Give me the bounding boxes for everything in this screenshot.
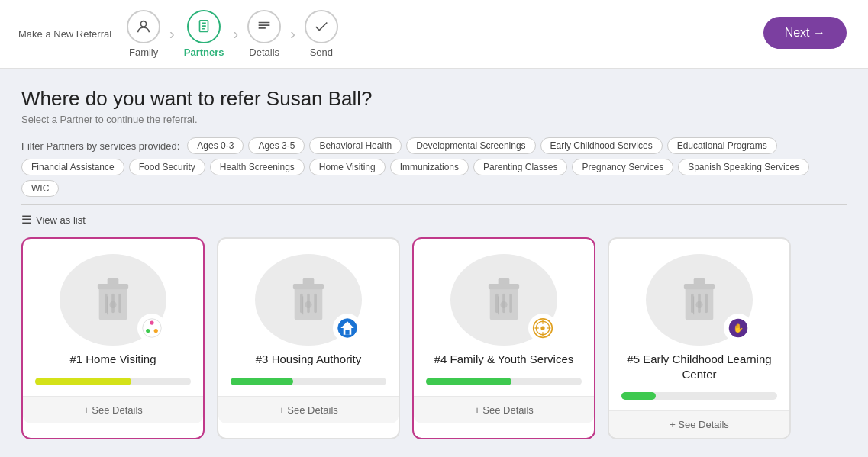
partners-label: Partners (184, 47, 224, 58)
partner-card-card-3[interactable]: #3 Housing Authority + See Details (217, 237, 400, 439)
arrow-2: › (234, 25, 239, 43)
card-badge-card-1 (137, 314, 166, 343)
svg-point-29 (500, 301, 507, 308)
filter-tag[interactable]: Developmental Screenings (406, 137, 535, 154)
card-title-card-3: #3 Housing Authority (256, 352, 361, 367)
card-title-card-5: #5 Early Childhood Learning Center (621, 352, 777, 381)
filter-tag[interactable]: Early Childhood Services (540, 137, 663, 154)
svg-point-11 (154, 329, 158, 333)
filter-tag[interactable]: Ages 0-3 (187, 137, 244, 154)
svg-rect-16 (300, 294, 303, 314)
svg-rect-22 (345, 330, 349, 335)
svg-rect-39 (694, 278, 705, 285)
view-list-button[interactable]: ☰ View as list (21, 213, 847, 227)
filter-tag[interactable]: Financial Assistance (21, 159, 124, 175)
svg-point-10 (150, 320, 153, 324)
make-referral-text: Make a New Referral (18, 28, 111, 40)
card-progress-card-5 (621, 392, 777, 400)
svg-rect-5 (105, 294, 108, 314)
svg-point-0 (140, 21, 146, 27)
step-partners[interactable]: Partners (184, 10, 224, 58)
divider (21, 204, 847, 205)
step-send[interactable]: Send (305, 10, 338, 58)
see-details-btn-card-3[interactable]: + See Details (218, 396, 399, 423)
filter-tag[interactable]: Ages 3-5 (248, 137, 305, 154)
card-image-card-5: ✋ (646, 254, 753, 346)
card-progress-card-4 (426, 378, 582, 385)
svg-point-43 (695, 301, 702, 308)
filter-tag[interactable]: Behavioral Health (309, 137, 402, 154)
card-title-card-1: #1 Home Visiting (69, 352, 156, 367)
cards-container: #1 Home Visiting + See Details #3 H (21, 237, 847, 447)
page-title: Where do you want to refer Susan Ball? (21, 87, 847, 111)
filter-label: Filter Partners by services provided: (21, 140, 179, 152)
svg-rect-42 (705, 294, 708, 314)
card-progress-card-1 (35, 378, 191, 385)
filter-tag[interactable]: Food Security (129, 159, 205, 175)
card-title-card-4: #4 Family & Youth Services (434, 352, 574, 367)
card-badge-card-4 (528, 314, 557, 343)
card-badge-card-5: ✋ (724, 314, 753, 343)
filter-tag[interactable]: Pregnancy Services (572, 159, 673, 175)
arrow-1: › (169, 25, 175, 43)
partners-circle (187, 10, 221, 43)
top-nav: Make a New Referral Family › Partners (0, 0, 868, 69)
partner-card-card-5[interactable]: ✋ #5 Early Childhood Learning Center + S… (608, 237, 791, 439)
card-image-card-4 (450, 254, 557, 346)
step-details[interactable]: Details (247, 10, 281, 58)
partner-card-card-1[interactable]: #1 Home Visiting + See Details (21, 237, 205, 439)
svg-rect-25 (499, 278, 510, 285)
see-details-btn-card-5[interactable]: + See Details (609, 410, 789, 438)
svg-rect-26 (495, 294, 499, 314)
family-circle (127, 10, 160, 43)
send-label: Send (310, 47, 333, 58)
details-circle (247, 10, 281, 43)
family-label: Family (129, 47, 158, 58)
content-area: Where do you want to refer Susan Ball? S… (0, 69, 868, 447)
list-icon: ☰ (21, 213, 31, 227)
svg-point-32 (540, 326, 544, 330)
view-list-label: View as list (36, 214, 86, 226)
svg-point-12 (146, 329, 150, 333)
filter-bar: Filter Partners by services provided: Ag… (21, 137, 847, 197)
arrow-3: › (290, 25, 295, 43)
filter-tag[interactable]: Home Visiting (309, 159, 386, 175)
filter-tag[interactable]: Parenting Classes (473, 159, 567, 175)
card-badge-card-3 (333, 314, 362, 343)
filter-tag[interactable]: WIC (21, 180, 59, 197)
svg-rect-18 (314, 294, 317, 314)
details-label: Details (249, 47, 279, 58)
svg-point-19 (305, 301, 311, 308)
svg-point-8 (109, 301, 116, 308)
svg-text:✋: ✋ (733, 323, 744, 333)
next-button[interactable]: Next → (763, 17, 847, 49)
svg-rect-7 (118, 294, 121, 314)
svg-rect-4 (108, 278, 119, 285)
see-details-btn-card-1[interactable]: + See Details (23, 396, 203, 423)
card-image-card-1 (60, 254, 166, 346)
see-details-btn-card-4[interactable]: + See Details (414, 396, 594, 423)
card-image-card-3 (255, 254, 362, 346)
svg-rect-28 (509, 294, 512, 314)
svg-rect-40 (691, 294, 694, 314)
svg-rect-15 (303, 278, 315, 285)
send-circle (305, 10, 338, 43)
filter-tag[interactable]: Immunizations (390, 159, 469, 175)
filter-tag[interactable]: Educational Programs (667, 137, 777, 154)
step-family[interactable]: Family (127, 10, 160, 58)
partner-card-card-4[interactable]: #4 Family & Youth Services + See Details (412, 237, 595, 439)
page-subtitle: Select a Partner to continue the referra… (21, 114, 847, 125)
filter-tag[interactable]: Health Screenings (210, 159, 305, 175)
filter-tag[interactable]: Spanish Speaking Services (678, 159, 809, 175)
card-progress-card-3 (231, 378, 386, 385)
